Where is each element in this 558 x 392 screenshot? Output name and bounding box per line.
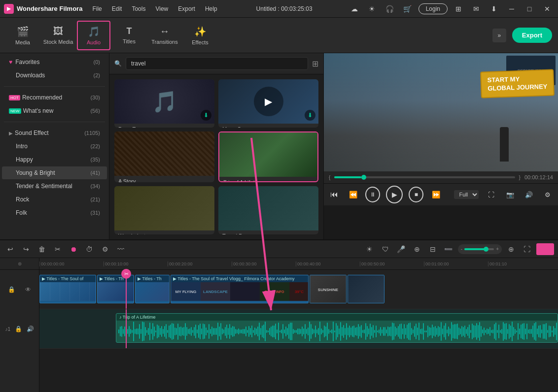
expand-toolbar-button[interactable]: »	[492, 29, 506, 42]
audio-item-trip[interactable]: Trip of A Lifetime	[218, 131, 318, 182]
skip-back-button[interactable]: ⏮	[328, 188, 341, 201]
close-icon[interactable]: ✕	[540, 2, 554, 16]
progress-fill	[334, 176, 361, 178]
menu-tools[interactable]: Tools	[128, 3, 149, 14]
audio-clip[interactable]: ♪ Trip of A Lifetime	[116, 313, 558, 343]
fullscreen-timeline-button[interactable]: ⛶	[521, 243, 533, 256]
pause-button[interactable]: ⏸	[365, 187, 380, 202]
toolbar-media[interactable]: 🎬 Media	[6, 21, 39, 50]
sidebar-item-whatsnew[interactable]: NEW What's new (56)	[2, 104, 107, 117]
minus-button[interactable]: ➖	[442, 243, 455, 256]
audio-item-extra1[interactable]: Wanderlust	[114, 186, 214, 234]
audio-item-pageturn[interactable]: 🎵 ⬇ Page Turn	[114, 79, 214, 128]
play-button[interactable]: ▶	[386, 186, 403, 203]
audio-lock-icon[interactable]: 🔒	[15, 326, 22, 332]
volume-button[interactable]: 🔊	[523, 188, 535, 201]
sidebar-item-downloads[interactable]: Downloads (2)	[2, 69, 107, 82]
headphone-icon[interactable]: 🎧	[383, 2, 397, 16]
zoom-slider[interactable]	[464, 248, 494, 250]
delete-button[interactable]: 🗑	[35, 243, 48, 256]
split-button[interactable]: ⊟	[426, 243, 439, 256]
toolbar-titles[interactable]: T Titles	[112, 21, 146, 50]
color-swatch	[536, 243, 554, 255]
sidebar-item-recommended[interactable]: HOT Recommended (30)	[2, 91, 107, 104]
progress-handle[interactable]	[361, 175, 366, 180]
favorites-label: Favorites	[15, 59, 93, 65]
download-moveon-button[interactable]: ⬇	[305, 110, 315, 121]
redo-button[interactable]: ↪	[20, 243, 33, 256]
video-clip-1[interactable]: ▶ Titles - The Soul of	[39, 275, 96, 303]
zoom-minus[interactable]: -	[461, 246, 462, 252]
menu-export[interactable]: Export	[174, 3, 199, 14]
video-clip-5[interactable]: SUNSHINE	[310, 275, 347, 303]
search-input[interactable]	[126, 57, 308, 70]
toolbar-transitions[interactable]: ↔ Transitions	[148, 21, 181, 50]
ruler-mark-2: 00:00:20:00	[168, 261, 232, 266]
add-track-button[interactable]: ⊕	[505, 243, 518, 256]
menu-help[interactable]: Help	[201, 3, 221, 14]
audio-wave-button[interactable]: 〰	[114, 243, 127, 256]
mic-button[interactable]: 🎤	[395, 243, 408, 256]
timer-button[interactable]: ⏱	[83, 243, 96, 256]
menu-edit[interactable]: Edit	[108, 3, 126, 14]
cart-icon[interactable]: 🛒	[401, 2, 415, 16]
sidebar-item-youngbright[interactable]: Young & Bright (41)	[2, 166, 107, 179]
clip-4-label: ▶ Titles - The Soul of Travel Vlogg_ Fil…	[171, 275, 308, 282]
minimize-icon[interactable]: ─	[505, 2, 519, 16]
video-clips-container: ▶ Titles - The Soul of ▶ Titles - Th ▶ T…	[39, 275, 384, 303]
mail-icon[interactable]: ✉	[469, 2, 483, 16]
happy-count: (35)	[90, 157, 100, 163]
frame-forward-button[interactable]: ⏩	[429, 188, 442, 201]
sidebar-item-folk[interactable]: Folk (31)	[2, 206, 107, 219]
toolbar-stockmedia[interactable]: 🖼 Stock Media	[41, 21, 75, 50]
brightness-icon[interactable]: ☀	[365, 2, 379, 16]
menu-view[interactable]: View	[151, 3, 172, 14]
video-clip-4[interactable]: ▶ Titles - The Soul of Travel Vlogg_ Fil…	[171, 275, 309, 303]
frame-back-button[interactable]: ⏪	[347, 188, 359, 201]
download-icon[interactable]: ⬇	[487, 2, 501, 16]
cut-button[interactable]: ✂	[51, 243, 64, 256]
sun-button[interactable]: ☀	[363, 243, 376, 256]
sidebar-item-happy[interactable]: Happy (35)	[2, 153, 107, 166]
video-clip-6[interactable]	[348, 275, 384, 303]
record-button[interactable]: ⏺	[67, 243, 80, 256]
zoom-plus[interactable]: +	[496, 246, 499, 252]
video-clip-2[interactable]: ▶ Titles - Th	[97, 275, 134, 303]
stop-button[interactable]: ■	[409, 187, 423, 202]
sidebar-item-tender[interactable]: Tender & Sentimental (34)	[2, 180, 107, 193]
sidebar-item-soundeffect[interactable]: ▶ Sound Effect (1105)	[2, 127, 107, 139]
shield-button[interactable]: 🛡	[379, 243, 392, 256]
toolbar-audio[interactable]: 🎵 Audio	[77, 21, 110, 50]
intro-label: Intro	[16, 143, 90, 150]
video-clip-3[interactable]: ▶ Titles - Th	[135, 275, 170, 303]
toolbar-effects[interactable]: ✨ Effects	[183, 21, 217, 50]
sidebar-item-intro[interactable]: Intro (22)	[2, 140, 107, 153]
screenshot-button[interactable]: 📷	[504, 188, 517, 201]
detach-button[interactable]: ⊕	[411, 243, 423, 256]
sidebar-item-rock[interactable]: Rock (21)	[2, 193, 107, 206]
download-pageturn-button[interactable]: ⬇	[201, 110, 211, 121]
audio-item-extra2[interactable]: Travel Dreams	[218, 186, 318, 234]
preview-panel: DEPARTURES START MY GLOBAL JOURNEY { } 0…	[323, 53, 558, 239]
settings-button[interactable]: ⚙	[541, 188, 554, 201]
audio-volume-icon[interactable]: 🔊	[27, 326, 34, 332]
sidebar-item-favorites[interactable]: ♥ Favorites (0)	[2, 56, 107, 68]
gallery-icon[interactable]: ⊞	[452, 2, 465, 16]
login-button[interactable]: Login	[418, 3, 448, 14]
audio-item-astory[interactable]: A Story	[114, 131, 214, 182]
favorites-heart-icon: ♥	[9, 59, 12, 65]
export-button[interactable]: Export	[512, 28, 552, 43]
grid-view-icon[interactable]: ⊞	[312, 59, 318, 68]
track-visibility-icon[interactable]: 👁	[25, 286, 31, 293]
maximize-icon[interactable]: □	[523, 2, 536, 16]
fullscreen-button[interactable]: ⛶	[485, 188, 497, 201]
audio-item-moveon[interactable]: ▶ ⬇ Move On	[218, 79, 318, 128]
undo-button[interactable]: ↩	[4, 243, 17, 256]
adjustment-button[interactable]: ⚙	[99, 243, 111, 256]
happy-label: Happy	[16, 156, 90, 163]
menu-file[interactable]: File	[88, 3, 105, 14]
quality-select[interactable]: Full 1/2 1/4	[454, 190, 479, 199]
progress-bar[interactable]	[334, 176, 515, 178]
track-lock-icon[interactable]: 🔒	[8, 286, 15, 293]
cloud-icon[interactable]: ☁	[348, 2, 361, 16]
